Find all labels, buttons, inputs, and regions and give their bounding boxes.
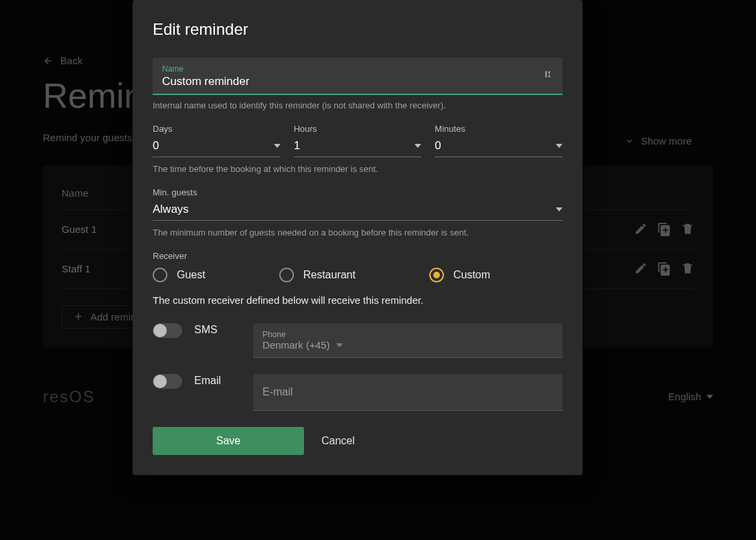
email-toggle[interactable]: [153, 374, 182, 389]
sms-toggle-label: SMS: [194, 323, 241, 336]
receiver-radio-custom[interactable]: Custom: [429, 268, 490, 282]
email-toggle-label: Email: [194, 374, 241, 387]
receiver-section-label: Receiver: [153, 251, 562, 261]
receiver-desc: The custom receiver defined below will r…: [153, 294, 562, 306]
phone-field[interactable]: Phone Denmark (+45): [253, 323, 562, 358]
save-button[interactable]: Save: [153, 427, 304, 455]
time-hint: The time before the booking at which thi…: [153, 164, 562, 174]
chevron-down-icon: [336, 343, 343, 347]
days-label: Days: [153, 124, 281, 134]
sms-toggle[interactable]: [153, 323, 182, 338]
chevron-down-icon: [556, 144, 562, 148]
min-guests-label: Min. guests: [153, 187, 562, 197]
days-select[interactable]: 0: [153, 137, 281, 157]
edit-reminder-modal: Edit reminder Name Internal name used to…: [133, 0, 583, 475]
name-input[interactable]: [162, 75, 553, 88]
receiver-radio-guest[interactable]: Guest: [153, 268, 206, 282]
radio-icon: [153, 268, 167, 282]
svg-rect-3: [545, 71, 546, 77]
phone-country-value: Denmark (+45): [262, 339, 329, 351]
hours-label: Hours: [294, 124, 422, 134]
email-field[interactable]: E-mail: [253, 374, 562, 411]
minutes-value: 0: [435, 139, 441, 153]
radio-icon: [429, 268, 444, 282]
email-placeholder: E-mail: [262, 386, 293, 398]
chevron-down-icon: [274, 144, 281, 148]
radio-label: Restaurant: [303, 269, 356, 281]
radio-label: Custom: [453, 269, 490, 281]
radio-label: Guest: [177, 269, 206, 281]
svg-rect-5: [548, 75, 550, 78]
min-guests-select[interactable]: Always: [153, 200, 562, 221]
days-value: 0: [153, 139, 159, 153]
name-label: Name: [162, 64, 553, 74]
chevron-down-icon: [414, 144, 421, 148]
minutes-label: Minutes: [435, 124, 562, 134]
min-guests-hint: The minimum number of guests needed on a…: [153, 228, 562, 238]
receiver-radio-restaurant[interactable]: Restaurant: [279, 268, 356, 282]
radio-icon: [279, 268, 294, 282]
min-guests-value: Always: [153, 203, 189, 216]
hours-value: 1: [294, 139, 300, 153]
name-hint: Internal name used to identify this remi…: [153, 100, 562, 110]
cancel-button[interactable]: Cancel: [321, 435, 355, 447]
svg-rect-4: [548, 71, 550, 74]
phone-label: Phone: [262, 330, 553, 339]
chevron-down-icon: [556, 207, 562, 211]
name-field[interactable]: Name: [153, 58, 562, 95]
minutes-select[interactable]: 0: [435, 137, 562, 157]
input-assist-icon[interactable]: [544, 70, 553, 79]
hours-select[interactable]: 1: [294, 137, 422, 157]
modal-title: Edit reminder: [153, 20, 562, 39]
